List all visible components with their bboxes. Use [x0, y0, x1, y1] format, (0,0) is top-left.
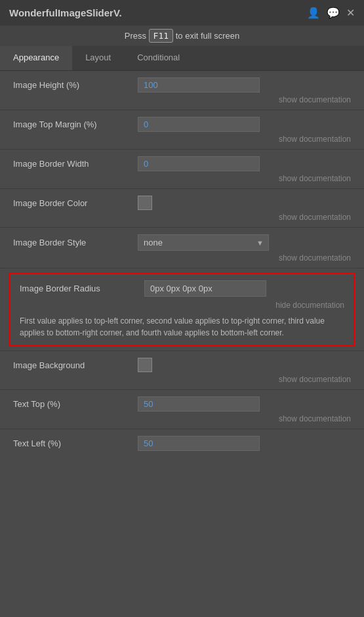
tabs: Appearance Layout Conditional	[0, 46, 364, 71]
border-radius-doc-text: First value applies to top-left corner, …	[20, 315, 344, 339]
text-left-input[interactable]	[138, 436, 260, 451]
highlighted-field-row: Image Border Radius	[20, 280, 344, 297]
panel-title: WonderfulImageSliderV.	[9, 7, 122, 18]
content: Image Height (%) show documentation Imag…	[0, 71, 364, 454]
field-image-border-style: Image Border Style none solid dashed dot…	[0, 228, 364, 253]
image-top-margin-label: Image Top Margin (%)	[13, 119, 131, 129]
field-image-background: Image Background	[0, 351, 364, 375]
image-border-color-label: Image Border Color	[13, 198, 131, 208]
image-border-width-input[interactable]	[138, 156, 260, 171]
image-border-style-select[interactable]: none solid dashed dotted double	[138, 234, 269, 251]
hide-doc-link[interactable]: hide documentation	[20, 301, 344, 310]
image-border-style-wrapper: none solid dashed dotted double ▼	[138, 234, 269, 251]
image-border-color-doc[interactable]: show documentation	[0, 213, 364, 227]
field-image-top-margin: Image Top Margin (%)	[0, 110, 364, 135]
title-bar: WonderfulImageSliderV. 👤 💬 ✕	[0, 0, 364, 26]
image-background-doc[interactable]: show documentation	[0, 375, 364, 389]
image-border-style-doc[interactable]: show documentation	[0, 253, 364, 268]
fullscreen-text2: to exit full screen	[176, 31, 240, 41]
text-top-doc[interactable]: show documentation	[0, 414, 364, 429]
image-height-label: Image Height (%)	[13, 80, 131, 90]
image-border-style-label: Image Border Style	[13, 238, 131, 247]
field-text-left: Text Left (%)	[0, 429, 364, 454]
user-icon[interactable]: 👤	[307, 7, 320, 19]
text-top-label: Text Top (%)	[13, 399, 131, 409]
image-top-margin-doc[interactable]: show documentation	[0, 135, 364, 149]
image-top-margin-input[interactable]	[138, 117, 260, 132]
field-text-top: Text Top (%)	[0, 390, 364, 414]
close-icon[interactable]: ✕	[346, 7, 355, 19]
field-image-border-color: Image Border Color	[0, 189, 364, 213]
image-height-doc[interactable]: show documentation	[0, 95, 364, 110]
fullscreen-banner: Press F11 to exit full screen	[0, 26, 364, 46]
tab-layout[interactable]: Layout	[72, 46, 124, 70]
image-border-radius-input[interactable]	[144, 280, 266, 297]
image-border-color-swatch[interactable]	[138, 196, 152, 210]
f11-key: F11	[149, 29, 173, 43]
image-background-swatch[interactable]	[138, 358, 152, 372]
text-top-input[interactable]	[138, 396, 260, 412]
highlighted-border-radius-section: Image Border Radius hide documentation F…	[9, 272, 355, 347]
text-left-label: Text Left (%)	[13, 438, 131, 448]
chat-icon[interactable]: 💬	[327, 7, 340, 19]
tab-conditional[interactable]: Conditional	[124, 46, 193, 70]
title-bar-icons: 👤 💬 ✕	[307, 7, 355, 19]
field-image-height: Image Height (%)	[0, 71, 364, 95]
field-image-border-width: Image Border Width	[0, 150, 364, 174]
image-border-width-doc[interactable]: show documentation	[0, 174, 364, 188]
image-background-label: Image Background	[13, 360, 131, 370]
image-height-input[interactable]	[138, 77, 260, 93]
image-border-radius-label: Image Border Radius	[20, 284, 138, 293]
fullscreen-text1: Press	[125, 31, 146, 41]
tab-appearance[interactable]: Appearance	[0, 46, 72, 70]
panel: WonderfulImageSliderV. 👤 💬 ✕ Press F11 t…	[0, 0, 364, 617]
image-border-width-label: Image Border Width	[13, 159, 131, 169]
